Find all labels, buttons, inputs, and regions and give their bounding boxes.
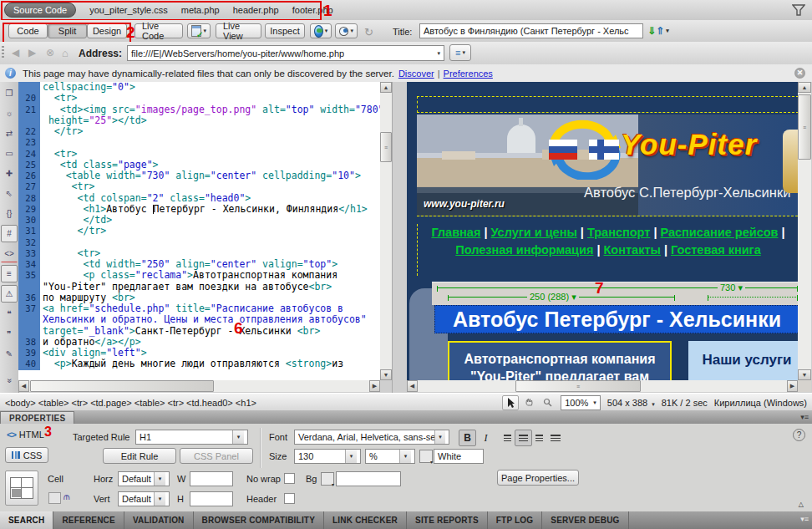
file-get-put-icon[interactable]: ⇓⇑▾ [647,26,669,36]
css-mode-button[interactable]: CSS [5,447,48,463]
forward-icon[interactable]: ▶ [28,47,36,58]
scroll-left-icon[interactable]: ◀ [407,380,418,392]
edit-rule-button[interactable]: Edit Rule [103,448,176,464]
filter-related-files-icon[interactable] [792,4,805,17]
refresh-icon[interactable]: ↻ [364,26,373,38]
text-color-input[interactable]: White [434,449,484,464]
panel-menu-icon[interactable]: ▾≡ [800,413,809,421]
nav-link[interactable]: Услуги и цены [490,226,576,239]
window-size-select[interactable]: 504 x 388 ▾ [607,398,655,408]
bg-color-swatch[interactable] [321,472,334,486]
balance-braces-icon[interactable]: {} [1,205,18,222]
size-unit-select[interactable]: %▾ [365,449,415,464]
nav-link[interactable]: Транспорт [587,226,650,239]
expand-all-icon[interactable]: ✚ [1,165,18,182]
recent-snippets-icon[interactable]: » [1,373,18,389]
font-select[interactable]: Verdana, Arial, Helvetica, sans-serif▾ [294,430,449,445]
live-view-button[interactable]: Live View [216,23,261,38]
align-right-button[interactable] [530,430,548,446]
nav-link[interactable]: Гостевая книга [671,243,761,257]
visual-aids-button[interactable]: ▾ [335,23,358,38]
view-options-button[interactable]: ≡▾ [449,44,471,61]
split-view-divider[interactable] [392,82,408,393]
code-navigator-icon[interactable]: ☼ [1,104,18,122]
design-view[interactable]: You-Piter Автобус С.Петербург-Хельсинки … [407,82,798,380]
w-input[interactable] [190,471,233,486]
check-browser-compatibility-button[interactable]: ▾ [187,23,211,38]
merge-cells-icon[interactable] [48,492,61,504]
collapse-selection-icon[interactable]: ▭ [1,145,18,162]
back-icon[interactable]: ◀ [12,47,19,58]
code-horizontal-scrollbar[interactable]: ◀ ▶ [18,380,380,392]
column-width-250-menu[interactable]: 250 (288) ▾ [527,292,579,303]
scroll-down-icon[interactable]: ▼ [798,369,811,380]
text-color-swatch[interactable] [419,450,433,463]
italic-button[interactable]: I [477,430,495,446]
inspect-button[interactable]: Inspect [265,23,305,38]
align-center-button[interactable] [515,430,532,446]
properties-tab[interactable]: PROPERTIES [0,411,74,425]
nav-link[interactable]: Главная [431,226,480,239]
design-horizontal-scrollbar[interactable]: ◀ ≡ ▶ [407,380,798,392]
highlight-invalid-code-icon[interactable]: <> [1,245,18,262]
bold-button[interactable]: B [459,430,476,446]
title-input[interactable]: Автобус в Финляндию (Санкт Петербург - Х… [419,23,643,38]
header-checkbox[interactable] [284,493,295,504]
results-tab-browser-compatibility[interactable]: BROWSER COMPATIBILITY [194,511,325,529]
hand-tool-icon[interactable] [520,395,537,410]
page-properties-button[interactable]: Page Properties... [497,470,579,486]
syntax-error-alerts-icon[interactable]: ⚠ [1,285,18,303]
word-wrap-icon[interactable]: ≡ [1,265,18,282]
results-tab-reference[interactable]: REFERENCE [53,511,124,529]
column-width-730-menu[interactable]: 730 ▾ [718,282,745,293]
h-input[interactable] [190,491,233,506]
code-editor[interactable]: cellspacing="0">20 <tr>21 <td><img src="… [18,82,380,380]
results-panel-menu-icon[interactable]: ▾≡ [800,515,809,523]
css-panel-button[interactable]: CSS Panel [180,448,253,464]
no-wrap-checkbox[interactable] [284,473,295,484]
close-info-bar-icon[interactable]: ✕ [794,68,805,79]
select-tool-icon[interactable] [502,395,519,410]
preview-in-browser-button[interactable]: ▾ [310,23,332,38]
targeted-rule-select[interactable]: H1▾ [135,430,248,445]
home-icon[interactable]: ⌂ [62,47,69,59]
design-vertical-scrollbar[interactable]: ▲ ≡ ▼ [798,82,811,380]
scroll-up-icon[interactable]: ▲ [380,82,392,93]
nav-link[interactable]: Полезная информация [455,243,593,257]
results-tab-link-checker[interactable]: LINK CHECKER [324,511,407,529]
magnification-select[interactable]: 100%▾ [561,395,601,410]
collapse-panel-icon[interactable]: △ [799,501,804,508]
scroll-up-icon[interactable]: ▲ [798,82,811,93]
scroll-down-icon[interactable]: ▼ [380,369,392,380]
preferences-link[interactable]: Preferences [444,69,493,79]
code-vertical-scrollbar[interactable]: ▲ ≡ ▼ [380,82,392,380]
services-heading-cell[interactable]: Наши услуги [688,341,798,380]
results-tab-search[interactable]: SEARCH [0,511,53,529]
help-icon[interactable]: ? [793,429,805,441]
open-documents-icon[interactable]: ❐ [1,84,18,102]
html-mode-button[interactable]: <> HTML [7,430,44,440]
results-tab-site-reports[interactable]: SITE REPORTS [407,511,488,529]
horz-select[interactable]: Default▾ [118,471,170,486]
collapse-full-tag-icon[interactable]: ⇄ [1,125,18,142]
zoom-tool-icon[interactable] [539,395,556,410]
remove-comment-icon[interactable]: ❞ [1,325,18,343]
results-tab-validation[interactable]: VALIDATION [124,511,194,529]
toolbar-drag-handle[interactable] [2,46,4,59]
page-heading-h1[interactable]: Автобус Петербург - Хельсинки [434,305,798,333]
promo-text-cell[interactable]: Автотранспортная компания "You-Piter" пр… [448,341,672,380]
scroll-left-icon[interactable]: ◀ [18,380,29,392]
stop-icon[interactable]: ⊗ [46,47,54,58]
results-tab-ftp-log[interactable]: FTP LOG [488,511,543,529]
nav-link[interactable]: Контакты [604,243,661,257]
discover-link[interactable]: Discover [398,69,434,79]
apply-comment-icon[interactable]: ❝ [1,305,18,323]
vert-select[interactable]: Default▾ [118,491,170,506]
format-source-code-icon[interactable]: ✎ [1,345,18,363]
select-parent-tag-icon[interactable]: ⇖ [1,185,18,202]
split-cell-icon[interactable]: ⫙ [63,491,70,502]
size-select[interactable]: 130▾ [294,449,361,464]
live-code-button[interactable]: Live Code [134,23,183,38]
address-input[interactable]: file:///E|/WebServers/home/you-piter/www… [127,45,444,61]
nav-link[interactable]: Расписание рейсов [660,226,778,239]
